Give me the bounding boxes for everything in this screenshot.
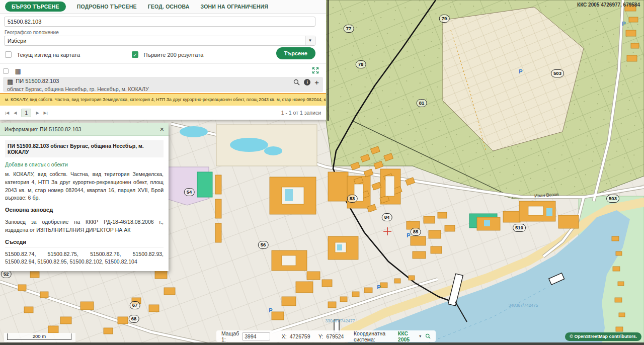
- grid-icon: ▦: [15, 67, 21, 75]
- y-value: 679524: [326, 333, 344, 339]
- x-value: 4726759: [290, 333, 310, 339]
- bottom-strip: [0, 342, 644, 345]
- coordinate-search-icon[interactable]: [425, 332, 431, 340]
- add-to-list-link[interactable]: Добави в списък с обекти: [5, 161, 164, 167]
- info-popup-title: Информация: ПИ 51500.82.103: [5, 126, 81, 132]
- scale-input[interactable]: [242, 332, 270, 340]
- results-header: ▦: [3, 66, 323, 75]
- page-next-icon[interactable]: ▶: [36, 111, 39, 115]
- tab-restriction-zones[interactable]: ЗОНИ НА ОГРАНИЧЕНИЯ: [201, 4, 269, 10]
- parcel-description: м. КОКАЛУ, вид собств. Частна, вид терит…: [5, 170, 164, 202]
- current-view-label: Текущ изглед на картата: [17, 52, 80, 58]
- search-tabs: БЪРЗО ТЪРСЕНЕ ПОДРОБНО ТЪРСЕНЕ ГЕОД. ОСН…: [0, 0, 326, 14]
- first-200-label: Първите 200 резултата: [143, 52, 203, 58]
- x-label: X:: [282, 333, 287, 339]
- parcel-grid-icon: ▦: [7, 78, 13, 85]
- crs-select[interactable]: ККС 2005: [398, 330, 416, 342]
- zoom-to-result-icon[interactable]: [293, 79, 300, 85]
- current-view-checkbox[interactable]: [5, 51, 12, 58]
- tab-quick-search[interactable]: БЪРЗО ТЪРСЕНЕ: [5, 2, 66, 12]
- first-200-checkbox[interactable]: ✓: [132, 51, 138, 58]
- geo-select-value: Избери: [5, 38, 305, 44]
- map-statusbar: Мащаб 1: X: 4726759 Y: 679524 Координатн…: [216, 330, 436, 342]
- info-popup: Информация: ПИ 51500.82.103 × ПИ 51500.8…: [0, 123, 169, 271]
- map-scalebar: 200 m: [4, 333, 75, 342]
- crs-caret-icon[interactable]: ▼: [419, 334, 422, 338]
- geo-location-select[interactable]: Избери ▼: [4, 36, 315, 46]
- pagination: |◀ ◀ 1 ▶ ▶| 1 - 1 от 1 записи: [0, 106, 326, 120]
- result-title: ▦ПИ 51500.82.103: [7, 78, 319, 85]
- select-caret-icon[interactable]: ▼: [305, 36, 315, 45]
- order-section-heading: Основна заповед: [5, 207, 164, 215]
- close-icon[interactable]: ×: [160, 126, 164, 133]
- result-info-icon[interactable]: i: [304, 79, 310, 85]
- crs-label: Координатна система:: [354, 330, 395, 342]
- result-subtitle: област Бургас, община Несебър, гр. Несеб…: [7, 86, 319, 92]
- tab-geodetic-basis[interactable]: ГЕОД. ОСНОВА: [148, 4, 190, 10]
- scalebar-label: 200 m: [7, 333, 71, 340]
- info-popup-header: Информация: ПИ 51500.82.103 ×: [0, 123, 169, 136]
- neighbors-text: 51500.82.74, 51500.82.75, 51500.82.76, 5…: [5, 250, 164, 267]
- search-button[interactable]: Търсене: [276, 47, 315, 59]
- osm-attribution[interactable]: © OpenStreetMap contributors.: [565, 332, 641, 341]
- parcel-heading: ПИ 51500.82.103 област Бургас, община Не…: [5, 140, 164, 157]
- y-label: Y:: [318, 333, 323, 339]
- search-panel: БЪРЗО ТЪРСЕНЕ ПОДРОБНО ТЪРСЕНЕ ГЕОД. ОСН…: [0, 0, 326, 120]
- map-crs-readout: ККС 2005 4726977, 679584: [577, 2, 640, 8]
- tab-detailed-search[interactable]: ПОДРОБНО ТЪРСЕНЕ: [77, 4, 137, 10]
- neighbors-section-heading: Съседи: [5, 239, 164, 247]
- result-details-row[interactable]: м. КОКАЛУ, вид собств. Частна, вид терит…: [0, 93, 326, 106]
- order-text: Заповед за одобрение на КККР РД-18-46/18…: [5, 218, 164, 234]
- result-add-icon[interactable]: +: [314, 79, 319, 85]
- page-last-icon[interactable]: ▶|: [44, 111, 48, 115]
- search-input[interactable]: [4, 17, 315, 27]
- panel-divider: [0, 63, 326, 64]
- scale-label: Мащаб 1:: [221, 330, 239, 342]
- select-all-checkbox[interactable]: [3, 68, 9, 74]
- pagination-summary: 1 - 1 от 1 записи: [281, 110, 321, 116]
- page-first-icon[interactable]: |◀: [5, 111, 9, 115]
- geo-location-label: Географско положение: [5, 30, 59, 35]
- expand-results-icon[interactable]: [312, 67, 319, 74]
- result-item[interactable]: ▦ПИ 51500.82.103 област Бургас, община Н…: [3, 77, 323, 92]
- page-prev-icon[interactable]: ◀: [14, 111, 17, 115]
- page-current[interactable]: 1: [21, 109, 31, 117]
